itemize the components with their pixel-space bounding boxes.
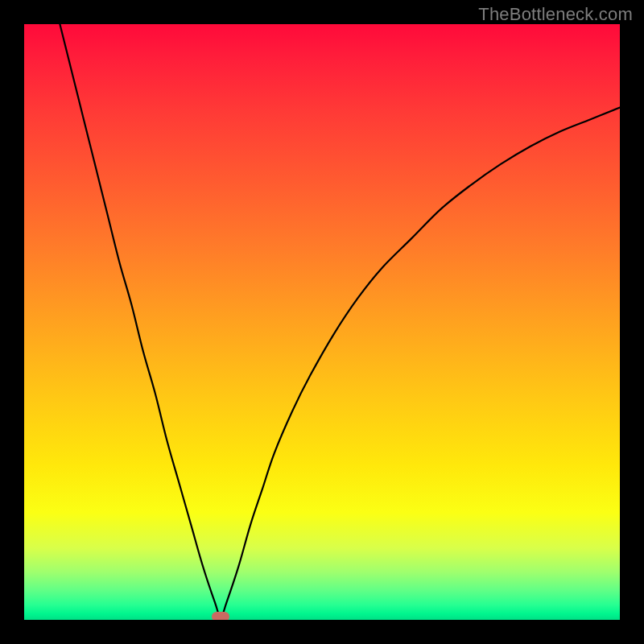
plot-area	[24, 24, 620, 620]
bottleneck-curve	[60, 24, 620, 617]
optimal-marker	[212, 612, 229, 620]
watermark-text: TheBottleneck.com	[478, 4, 633, 25]
curve-svg	[24, 24, 620, 620]
chart-frame: TheBottleneck.com	[0, 0, 644, 644]
